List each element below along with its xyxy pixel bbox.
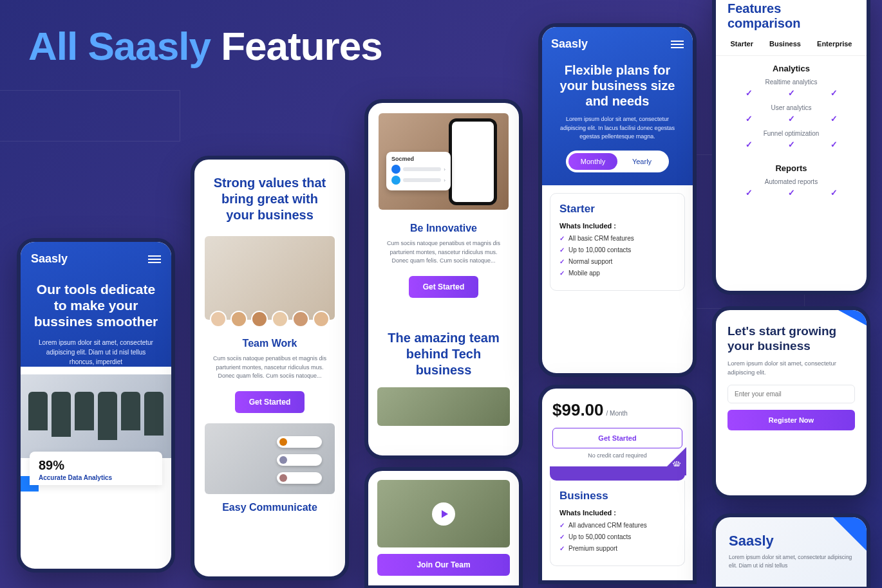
- stat-label: Accurate Data Analytics: [39, 474, 153, 481]
- get-started-button[interactable]: Get Started: [409, 276, 479, 298]
- toggle-yearly[interactable]: Yearly: [617, 153, 666, 170]
- plan-feature: ✓All advanced CRM features: [559, 522, 675, 529]
- menu-icon[interactable]: [671, 39, 684, 50]
- pricing-heading: Flexible plans for your business size an…: [551, 62, 684, 109]
- check-icon: ✓: [746, 114, 753, 124]
- phone-features-comparison: Features comparison Starter Business Ent…: [712, 0, 870, 295]
- innovative-paragraph: Cum sociis natoque penatibus et magnis d…: [368, 234, 519, 271]
- email-input[interactable]: [727, 385, 855, 403]
- check-icon: ✓: [559, 522, 565, 529]
- check-icon: ✓: [788, 188, 795, 198]
- get-started-button[interactable]: Get Started: [235, 391, 305, 413]
- amazing-team-heading: The amazing team behind Tech business: [368, 308, 519, 385]
- phone-pricing-business: $99.00 / Month Get Started No credit car…: [538, 385, 697, 584]
- comparison-row: User analytics ✓✓✓: [716, 104, 867, 130]
- comparison-row: Realtime analytics ✓✓✓: [716, 78, 867, 104]
- accent-triangle: [838, 310, 867, 326]
- comparison-row: Funnel optimization ✓✓✓: [716, 130, 867, 156]
- phone-footer-brand: Saasly Lorem ipsum dolor sit amet, conse…: [712, 513, 870, 588]
- whats-included-label: Whats Included :: [559, 509, 675, 517]
- play-icon[interactable]: [432, 502, 455, 526]
- tier-starter: Starter: [731, 40, 753, 48]
- get-started-button[interactable]: Get Started: [552, 428, 682, 448]
- menu-icon[interactable]: [148, 253, 161, 265]
- twitter-icon: [391, 176, 400, 185]
- innovative-title: Be Innovative: [368, 223, 519, 234]
- price-period: / Month: [606, 410, 628, 417]
- section-reports: Reports: [716, 156, 867, 178]
- plan-feature: ✓Up to 50,000 contacts: [559, 533, 675, 540]
- check-icon: ✓: [559, 270, 565, 277]
- plan-name: Business: [559, 490, 675, 502]
- stat-card: 89% Accurate Data Analytics: [30, 452, 162, 485]
- hero-paragraph: Lorem ipsum dolor sit amet, consectetur …: [37, 338, 155, 367]
- decorative-line: [0, 90, 180, 142]
- cta-heading: Let's start growing your business: [727, 324, 855, 354]
- plan-starter-card: Starter Whats Included : ✓All basic CRM …: [550, 193, 685, 291]
- business-banner: [550, 466, 685, 481]
- join-our-team-button[interactable]: Join Our Team: [377, 554, 510, 576]
- plan-feature: ✓Mobile app: [559, 270, 675, 277]
- brand-logo[interactable]: Saasly: [551, 37, 588, 51]
- check-icon: ✓: [559, 545, 565, 552]
- phone-hero-tools: Saasly Our tools dedicate to make your b…: [17, 238, 175, 573]
- no-card-text: No credit card required: [542, 452, 693, 459]
- tier-headers: Starter Business Enterprise: [716, 40, 867, 56]
- plan-feature: ✓Up to 10,000 contacts: [559, 246, 675, 253]
- toggle-monthly[interactable]: Monthly: [568, 153, 617, 170]
- phone-innovative: Socmed › › Be Innovative Cum sociis nato…: [364, 99, 523, 459]
- plan-feature: ✓All basic CRM features: [559, 235, 675, 242]
- team-image: [205, 236, 335, 320]
- check-icon: ✓: [788, 114, 795, 124]
- communicate-title: Easy Communicate: [194, 502, 345, 513]
- cta-paragraph: Lorem ipsum dolor sit amet, consectetur …: [727, 359, 855, 378]
- section-analytics: Analytics: [716, 56, 867, 78]
- brand-logo[interactable]: Saasly: [31, 252, 68, 266]
- footer-paragraph: Lorem ipsum dolor sit amet, consectetur …: [716, 553, 867, 570]
- plan-feature: ✓Premium support: [559, 545, 675, 552]
- socmed-card: Socmed › ›: [386, 152, 451, 190]
- check-icon: ✓: [746, 88, 753, 98]
- check-icon: ✓: [788, 140, 795, 149]
- page-title-blue: All Saasly: [28, 24, 211, 68]
- innovative-image: Socmed › ›: [379, 113, 509, 210]
- row-label: User analytics: [716, 104, 867, 114]
- row-label: Realtime analytics: [716, 78, 867, 88]
- whats-included-label: Whats Included :: [559, 222, 675, 230]
- comparison-row: Automated reports ✓✓✓: [716, 178, 867, 204]
- phone-cta: Let's start growing your business Lorem …: [712, 306, 870, 499]
- pricing-paragraph: Lorem ipsum dolor sit amet, consectetur …: [556, 115, 679, 142]
- check-icon: ✓: [788, 88, 795, 98]
- teamwork-paragraph: Cum sociis natoque penatibus et magnis d…: [194, 349, 345, 386]
- check-icon: ✓: [559, 246, 565, 253]
- plan-business-card: Business Whats Included : ✓All advanced …: [550, 481, 685, 566]
- team-photo-top: [377, 387, 510, 426]
- page-title: All Saasly Features: [28, 23, 382, 69]
- check-icon: ✓: [559, 235, 565, 242]
- billing-toggle: Monthly Yearly: [566, 151, 669, 172]
- check-icon: ✓: [559, 258, 565, 265]
- hero-heading: Our tools dedicate to make your bussines…: [31, 281, 161, 330]
- check-icon: ✓: [830, 88, 838, 98]
- stat-number: 89%: [39, 458, 153, 473]
- register-now-button[interactable]: Register Now: [727, 410, 855, 430]
- row-label: Automated reports: [716, 178, 867, 188]
- phone-pricing: Saasly Flexible plans for your business …: [538, 23, 697, 377]
- values-heading: Strong values that bring great with your…: [194, 160, 345, 230]
- check-icon: ✓: [559, 533, 565, 540]
- check-icon: ✓: [746, 188, 753, 198]
- avatar-row: [194, 311, 345, 327]
- check-icon: ✓: [830, 114, 838, 124]
- check-icon: ✓: [830, 140, 838, 149]
- hero-team-image: [21, 374, 171, 458]
- plan-name: Starter: [559, 203, 675, 216]
- socmed-title: Socmed: [391, 156, 446, 162]
- facebook-icon: [391, 165, 400, 174]
- communicate-image: [205, 423, 335, 494]
- tier-enterprise: Enterprise: [817, 40, 852, 48]
- phone-join-team: Join Our Team: [364, 467, 523, 588]
- teamwork-title: Team Work: [194, 338, 345, 349]
- phone-values: Strong values that bring great with your…: [191, 156, 349, 580]
- check-icon: ✓: [830, 188, 838, 198]
- row-label: Funnel optimization: [716, 130, 867, 140]
